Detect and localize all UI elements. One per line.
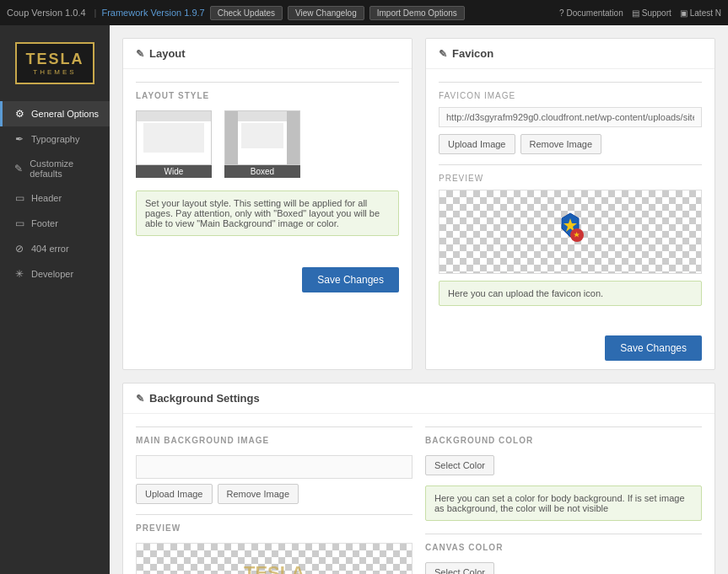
favicon-panel-title: Favicon bbox=[452, 47, 493, 60]
logo-themes: THEMES bbox=[25, 68, 84, 76]
layout-wide-label: Wide bbox=[136, 165, 212, 178]
view-changelog-button[interactable]: View Changelog bbox=[288, 6, 364, 20]
favicon-upload-button[interactable]: Upload Image bbox=[439, 134, 515, 154]
gear-icon: ⚙ bbox=[13, 108, 26, 120]
favicon-panel-body: FAVICON IMAGE Upload Image Remove Image … bbox=[426, 69, 715, 327]
favicon-panel-header: ✎ Favicon bbox=[426, 39, 715, 69]
sidebar-item-404-error[interactable]: ⊘ 404 error bbox=[0, 236, 110, 261]
support-link[interactable]: ▤ Support bbox=[632, 8, 671, 18]
developer-icon: ✳ bbox=[13, 268, 26, 280]
layout-save-button[interactable]: Save Changes bbox=[302, 267, 399, 292]
latest-icon: ▣ bbox=[680, 8, 688, 18]
favicon-remove-button[interactable]: Remove Image bbox=[520, 134, 602, 154]
layout-thumb-boxed bbox=[224, 110, 300, 165]
edit-icon: ✎ bbox=[136, 393, 144, 405]
bg-right-section: BACKGROUND COLOR Select Color Here you c… bbox=[425, 426, 702, 574]
bg-color-label: BACKGROUND COLOR bbox=[425, 426, 702, 445]
layout-panel: ✎ Layout LAYOUT STYLE Wide bbox=[122, 38, 413, 370]
sidebar-item-developer[interactable]: ✳ Developer bbox=[0, 261, 110, 287]
main-bg-btn-group: Upload Image Remove Image bbox=[136, 484, 413, 504]
main-bg-image-input[interactable] bbox=[136, 455, 413, 479]
edit-icon: ✎ bbox=[439, 48, 447, 60]
main-bg-image-label: MAIN BACKGROUND IMAGE bbox=[136, 426, 413, 445]
sidebar-item-label: 404 error bbox=[31, 244, 69, 254]
canvas-color-btn-group: Select Color bbox=[425, 562, 702, 574]
sidebar-item-label: Typography bbox=[31, 134, 79, 144]
sidebar-item-label: General Options bbox=[31, 109, 99, 119]
app-layout: TESLA THEMES ⚙ General Options ✒ Typogra… bbox=[0, 25, 728, 574]
sidebar-item-typography[interactable]: ✒ Typography bbox=[0, 126, 110, 152]
coup-version-label: Coup Version 1.0.4 bbox=[7, 8, 86, 18]
layout-panel-body: LAYOUT STYLE Wide Boxed Se bbox=[123, 69, 412, 259]
canvas-color-label: CANVAS COLOR bbox=[425, 534, 702, 552]
latest-link[interactable]: ▣ Latest N bbox=[680, 8, 721, 18]
background-panel-body: MAIN BACKGROUND IMAGE Upload Image Remov… bbox=[123, 414, 715, 574]
layout-thumb-wide bbox=[136, 110, 212, 165]
sidebar-item-label: Developer bbox=[31, 269, 73, 279]
layout-info-text: Set your layout style. This setting will… bbox=[136, 190, 399, 236]
layout-panel-title: Layout bbox=[149, 47, 186, 60]
top-panels-row: ✎ Layout LAYOUT STYLE Wide bbox=[122, 38, 715, 370]
favicon-save-button[interactable]: Save Changes bbox=[605, 335, 702, 361]
layout-style-section-title: LAYOUT STYLE bbox=[136, 82, 399, 100]
bg-preview-label: PREVIEW bbox=[136, 514, 413, 533]
background-panel-title: Background Settings bbox=[149, 392, 260, 405]
sidebar-logo: TESLA THEMES bbox=[0, 34, 110, 93]
canvas-color-select-button[interactable]: Select Color bbox=[425, 562, 494, 574]
bg-left-section: MAIN BACKGROUND IMAGE Upload Image Remov… bbox=[136, 426, 413, 574]
layout-boxed-label: Boxed bbox=[224, 165, 300, 178]
favicon-preview-area bbox=[439, 190, 702, 274]
sidebar: TESLA THEMES ⚙ General Options ✒ Typogra… bbox=[0, 25, 110, 574]
bg-preview-area: TESLA THEMES bbox=[136, 543, 413, 574]
favicon-image-label: FAVICON IMAGE bbox=[439, 82, 702, 100]
bg-remove-button[interactable]: Remove Image bbox=[218, 484, 299, 504]
footer-icon: ▭ bbox=[13, 217, 26, 229]
favicon-panel: ✎ Favicon FAVICON IMAGE Upload Image Rem… bbox=[425, 38, 715, 370]
support-icon: ▤ bbox=[632, 8, 639, 18]
layout-panel-header: ✎ Layout bbox=[123, 39, 412, 69]
bg-color-select-button[interactable]: Select Color bbox=[425, 455, 494, 475]
layout-option-boxed[interactable]: Boxed bbox=[224, 110, 300, 178]
sidebar-item-label: Header bbox=[31, 193, 62, 203]
bg-logo-name: TESLA bbox=[244, 562, 305, 575]
bg-upload-button[interactable]: Upload Image bbox=[136, 484, 213, 504]
error-icon: ⊘ bbox=[13, 243, 26, 255]
docs-link[interactable]: ? Documentation bbox=[559, 8, 623, 18]
favicon-btn-group: Upload Image Remove Image bbox=[439, 134, 702, 154]
sidebar-item-general-options[interactable]: ⚙ General Options bbox=[0, 101, 110, 126]
favicon-preview-icon bbox=[553, 212, 587, 252]
typography-icon: ✒ bbox=[13, 133, 26, 145]
framework-version-label: Framework Version 1.9.7 bbox=[101, 8, 204, 18]
edit-icon: ✎ bbox=[13, 163, 24, 174]
question-icon: ? bbox=[559, 8, 564, 18]
favicon-panel-footer: Save Changes bbox=[426, 327, 715, 369]
edit-icon: ✎ bbox=[136, 48, 144, 60]
bg-color-btn-group: Select Color bbox=[425, 455, 702, 475]
check-updates-button[interactable]: Check Updates bbox=[210, 6, 283, 20]
layout-options: Wide Boxed bbox=[136, 110, 399, 178]
sidebar-item-footer[interactable]: ▭ Footer bbox=[0, 211, 110, 236]
bg-preview-logo: TESLA THEMES bbox=[244, 562, 305, 575]
layout-option-wide[interactable]: Wide bbox=[136, 110, 212, 178]
sidebar-item-customize-defaults[interactable]: ✎ Customize defaults bbox=[0, 152, 110, 185]
layout-thumb-boxed-inner bbox=[238, 111, 287, 164]
header-icon: ▭ bbox=[13, 192, 26, 204]
favicon-url-input[interactable] bbox=[439, 107, 702, 127]
main-content: ✎ Layout LAYOUT STYLE Wide bbox=[110, 25, 728, 574]
favicon-hint-text: Here you can upload the favicon icon. bbox=[439, 281, 702, 306]
background-panel: ✎ Background Settings MAIN BACKGROUND IM… bbox=[122, 383, 715, 574]
background-panel-header: ✎ Background Settings bbox=[123, 384, 715, 414]
import-demo-button[interactable]: Import Demo Options bbox=[369, 6, 465, 20]
sidebar-item-label: Customize defaults bbox=[30, 158, 100, 179]
top-bar-right: ? Documentation ▤ Support ▣ Latest N bbox=[559, 8, 721, 18]
favicon-preview-label: PREVIEW bbox=[439, 164, 702, 183]
logo-box: TESLA THEMES bbox=[15, 42, 94, 84]
top-bar: Coup Version 1.0.4 | Framework Version 1… bbox=[0, 0, 728, 25]
sidebar-item-header[interactable]: ▭ Header bbox=[0, 185, 110, 211]
bg-color-hint: Here you can set a color for body backgr… bbox=[425, 485, 702, 521]
layout-panel-footer: Save Changes bbox=[123, 259, 412, 301]
logo-tesla: TESLA bbox=[25, 51, 84, 68]
sidebar-item-label: Footer bbox=[31, 218, 58, 228]
